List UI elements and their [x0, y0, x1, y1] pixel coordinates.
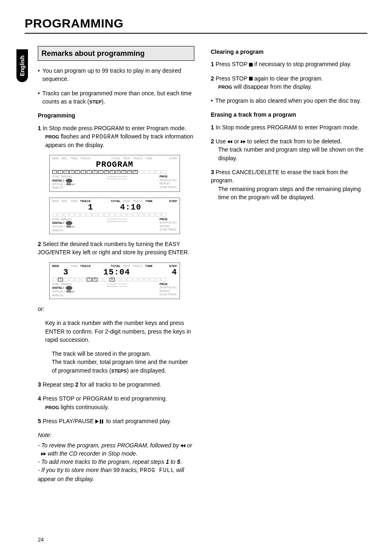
step-item: 4 Press STOP or PROGRAM to end programmi…	[38, 394, 194, 411]
rewind-icon	[180, 442, 185, 449]
svg-marker-9	[227, 140, 230, 143]
cd-sync-icon	[66, 179, 72, 183]
body-text: The program is also cleared when you ope…	[215, 97, 361, 105]
subheading: Erasing a track from a program	[211, 111, 367, 119]
lcd-panel-2: REMREC TIMETRACK TOTAL REMTRACK TIME STE…	[49, 198, 180, 234]
step-item: 1 In Stop mode press PROGRAM to enter Pr…	[38, 124, 194, 150]
body-text: The track number, total program time and…	[52, 358, 194, 375]
svg-rect-7	[249, 63, 253, 67]
svg-marker-5	[41, 452, 44, 456]
svg-marker-3	[180, 444, 183, 447]
bullet-item: • The program is also cleared when you o…	[211, 97, 367, 105]
lcd-panel-3: REMREC TIMETRACK TOTAL REMTRACK TIME STE…	[49, 263, 180, 299]
chapter-title: PROGRAMMING	[25, 16, 367, 30]
svg-rect-1	[100, 419, 101, 424]
lcd-panel-1: REMREC TIMETRACK TOTAL REMTRACK TIME STE…	[49, 155, 180, 191]
cd-sync-icon	[66, 221, 72, 225]
fast-forward-icon	[41, 450, 46, 457]
body-text: Tracks can be programmed more than once,…	[42, 89, 194, 106]
step-item: 1 In Stop mode press PROGRAM to enter Pr…	[211, 123, 367, 131]
step-item: 5 Press PLAY/PAUSE to start programmed p…	[38, 417, 194, 425]
play-pause-icon	[95, 418, 104, 424]
step-item: 3 Repeat step 2 for all tracks to be pro…	[38, 380, 194, 389]
right-column: Clearing a program 1 Press STOP if neces…	[211, 46, 367, 483]
step-item: 2 Press STOP again to clear the program.…	[211, 74, 367, 91]
svg-marker-0	[95, 419, 99, 424]
section-heading: Remarks about programming	[38, 46, 194, 61]
svg-rect-2	[102, 419, 103, 424]
body-text: Key in a track number with the number ke…	[45, 319, 194, 344]
subheading: Programming	[38, 111, 194, 120]
note-block: Note: - To review the program, press PRO…	[38, 431, 194, 483]
stop-icon	[249, 61, 253, 67]
bullet-item: • Tracks can be programmed more than onc…	[38, 89, 194, 106]
svg-rect-8	[249, 77, 253, 81]
stop-icon	[249, 75, 253, 82]
language-tab: English	[16, 49, 28, 82]
left-column: Remarks about programming • You can prog…	[38, 46, 194, 483]
body-text: The track will be stored in the program.	[52, 350, 194, 358]
fast-forward-icon	[241, 138, 246, 145]
step-item: 2 Use or to select the track from to be …	[211, 137, 367, 162]
chapter-rule	[25, 33, 367, 34]
page-number: 24	[38, 537, 44, 543]
language-label: English	[19, 55, 25, 76]
step-item: 2 Select the desired track numbers by tu…	[38, 240, 194, 257]
rewind-icon	[227, 138, 232, 145]
step-item: 3 Press CANCEL/DELETE to erase the track…	[211, 168, 367, 201]
step-item: 1 Press STOP if necessary to stop progra…	[211, 60, 367, 68]
or-label: or:	[38, 305, 194, 313]
subheading: Clearing a program	[211, 48, 367, 56]
bullet-item: • You can program up to 99 tracks to pla…	[38, 67, 194, 83]
svg-marker-11	[241, 140, 243, 143]
body-text: You can program up to 99 tracks to play …	[42, 67, 194, 83]
cd-sync-icon	[66, 286, 72, 290]
